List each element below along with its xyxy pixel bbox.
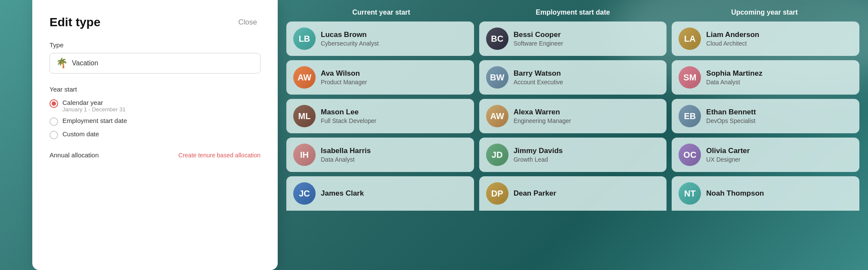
radio-employment-label: Employment start date	[62, 117, 127, 124]
avatar: AW	[486, 105, 508, 127]
avatar: IH	[293, 144, 316, 166]
person-name: Noah Thompson	[706, 189, 764, 198]
person-card[interactable]: EBEthan BennettDevOps Specialist	[672, 99, 859, 133]
annual-allocation-row: Annual allocation Create tenure based al…	[50, 151, 260, 159]
person-name: Isabella Harris	[321, 147, 371, 155]
person-card[interactable]: AWAva WilsonProduct Manager	[286, 60, 474, 95]
person-card[interactable]: AWAlexa WarrenEngineering Manager	[479, 99, 667, 133]
type-emoji: 🌴	[56, 58, 68, 69]
grid-row: IHIsabella HarrisData AnalystJDJimmy Dav…	[286, 138, 859, 172]
person-card[interactable]: DPDean Parker	[479, 176, 667, 211]
avatar: JD	[486, 144, 508, 166]
radio-calendar-sub: January 1 - December 31	[62, 106, 126, 113]
grid-row-partial: JCJames ClarkDPDean ParkerNTNoah Thompso…	[286, 176, 859, 211]
person-name: Sophia Martinez	[706, 69, 762, 78]
type-input[interactable]	[72, 59, 254, 67]
avatar: NT	[679, 182, 701, 205]
person-role: Data Analyst	[706, 79, 762, 86]
edit-type-modal: Edit type Close Type 🌴 Year start Calend…	[32, 0, 278, 270]
person-name: Alexa Warren	[514, 108, 571, 117]
person-card[interactable]: IHIsabella HarrisData Analyst	[286, 138, 474, 172]
person-role: Data Analyst	[321, 156, 371, 163]
col-header-upcoming: Upcoming year start	[671, 9, 858, 16]
person-role: Engineering Manager	[514, 117, 571, 124]
radio-calendar-label: Calendar year	[62, 99, 126, 106]
radio-custom-date[interactable]: Custom date	[50, 130, 260, 139]
close-button[interactable]: Close	[235, 16, 260, 28]
person-name: Ethan Bennett	[706, 108, 756, 117]
person-name: Mason Lee	[321, 108, 376, 117]
annual-allocation-label: Annual allocation	[50, 151, 99, 159]
person-name: James Clark	[321, 189, 364, 198]
person-card[interactable]: LBLucas BrownCybersecurity Analyst	[286, 21, 474, 56]
person-card[interactable]: JCJames Clark	[286, 176, 474, 211]
avatar: LA	[679, 28, 701, 50]
person-card[interactable]: MLMason LeeFull Stack Developer	[286, 99, 474, 133]
person-name: Ava Wilson	[321, 69, 367, 78]
avatar: OC	[679, 144, 701, 166]
avatar: BC	[486, 28, 508, 50]
radio-custom-label: Custom date	[62, 130, 99, 138]
person-card[interactable]: OCOlivia CarterUX Designer	[672, 138, 859, 172]
person-name: Jimmy Davids	[514, 147, 563, 155]
grid-header: Current year start Employment start date…	[286, 9, 859, 16]
people-grid-panel: Current year start Employment start date…	[278, 0, 868, 270]
person-role: Cloud Architect	[706, 40, 759, 47]
person-role: Full Stack Developer	[321, 117, 376, 124]
avatar: AW	[293, 66, 316, 89]
person-card[interactable]: BCBessi CooperSoftware Engineer	[479, 21, 667, 56]
grid-row: MLMason LeeFull Stack DeveloperAWAlexa W…	[286, 99, 859, 133]
tenure-link[interactable]: Create tenure based allocation	[178, 152, 260, 159]
person-role: Growth Lead	[514, 156, 563, 163]
person-card[interactable]: NTNoah Thompson	[672, 176, 859, 211]
year-start-label: Year start	[50, 86, 260, 93]
person-name: Liam Anderson	[706, 31, 759, 39]
person-name: Barry Watson	[514, 69, 563, 78]
person-role: Cybersecurity Analyst	[321, 40, 379, 47]
person-card[interactable]: SMSophia MartinezData Analyst	[672, 60, 859, 95]
grid-row: AWAva WilsonProduct ManagerBWBarry Watso…	[286, 60, 859, 95]
person-role: Software Engineer	[514, 40, 563, 47]
grid-row: LBLucas BrownCybersecurity AnalystBCBess…	[286, 21, 859, 56]
person-name: Olivia Carter	[706, 147, 750, 155]
radio-calendar-indicator	[50, 99, 58, 108]
person-card[interactable]: BWBarry WatsonAccount Executive	[479, 60, 667, 95]
avatar: BW	[486, 66, 508, 89]
radio-employment-indicator	[50, 117, 58, 126]
radio-calendar-year[interactable]: Calendar year January 1 - December 31	[50, 99, 260, 113]
person-name: Bessi Cooper	[514, 31, 563, 39]
person-role: Product Manager	[321, 79, 367, 86]
avatar: LB	[293, 28, 316, 50]
person-role: Account Executive	[514, 79, 563, 86]
type-input-wrapper[interactable]: 🌴	[50, 53, 260, 74]
person-card[interactable]: LALiam AndersonCloud Architect	[672, 21, 859, 56]
avatar: ML	[293, 105, 316, 127]
type-label: Type	[50, 41, 260, 49]
person-card[interactable]: JDJimmy DavidsGrowth Lead	[479, 138, 667, 172]
person-name: Dean Parker	[514, 189, 556, 198]
person-role: UX Designer	[706, 156, 750, 163]
col-header-current: Current year start	[288, 9, 474, 16]
person-role: DevOps Specialist	[706, 117, 756, 124]
year-start-radio-group: Calendar year January 1 - December 31 Em…	[50, 99, 260, 139]
grid-rows: LBLucas BrownCybersecurity AnalystBCBess…	[286, 21, 859, 215]
avatar: DP	[486, 182, 508, 205]
avatar: JC	[293, 182, 316, 205]
avatar: SM	[679, 66, 701, 89]
avatar: EB	[679, 105, 701, 127]
radio-employment-start[interactable]: Employment start date	[50, 117, 260, 126]
radio-custom-indicator	[50, 131, 58, 139]
person-name: Lucas Brown	[321, 31, 379, 39]
col-header-employment: Employment start date	[480, 9, 666, 16]
modal-header: Edit type Close	[50, 15, 260, 29]
modal-title: Edit type	[50, 15, 100, 29]
